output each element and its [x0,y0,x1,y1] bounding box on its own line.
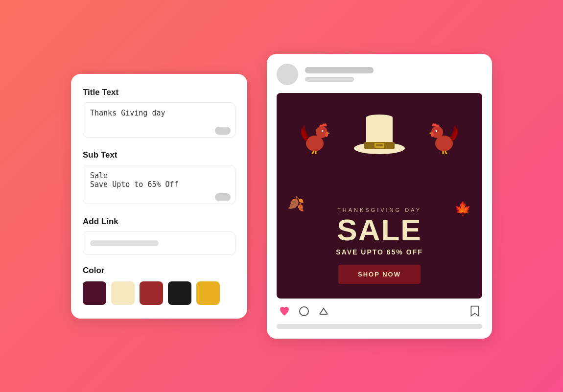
title-toggle[interactable] [215,127,231,135]
like-icon[interactable] [279,305,290,317]
rooster-right-icon [429,120,459,160]
subtext-label: Sub Text [83,150,235,160]
footer-icons-left [279,305,329,317]
svg-point-8 [325,132,328,137]
banner-text-area: THANKSGIVING DAY SALE SAVE UPTO 65% OFF … [336,207,422,284]
banner-subtitle: THANKSGIVING DAY [336,207,422,213]
swatch-gold[interactable] [196,281,220,305]
rooster-left-icon [300,120,329,160]
svg-point-5 [366,115,393,120]
footer-bottom-line [277,324,482,329]
comment-icon[interactable] [298,305,310,317]
right-panel: 🍂 🍁 THANKSGIVING DAY SALE SAVE UPTO 65% … [267,54,492,339]
post-header [277,64,482,85]
username-line [305,67,374,73]
link-placeholder-bar [90,240,159,246]
color-swatches [83,281,235,305]
swatch-cream[interactable] [111,281,135,305]
color-section: Color [83,266,235,305]
pilgrim-hat-icon [352,107,406,161]
title-field-wrapper: Thanks Giving day [83,102,235,139]
svg-rect-4 [376,144,383,146]
title-text-label: Title Text [83,88,235,97]
subtext-input[interactable]: Sale Save Upto to 65% Off [83,165,235,204]
avatar [277,64,298,85]
swatch-black[interactable] [168,281,191,305]
thanksgiving-banner: 🍂 🍁 THANKSGIVING DAY SALE SAVE UPTO 65% … [277,93,482,299]
post-footer [277,305,482,317]
swatch-dark-red[interactable] [83,281,106,305]
bookmark-icon[interactable] [469,305,480,317]
color-label: Color [83,266,235,276]
banner-title: SALE [336,215,422,245]
main-container: Title Text Thanks Giving day Sub Text Sa… [51,34,512,358]
subtext-field-wrapper: Sale Save Upto to 65% Off [83,165,235,206]
banner-desc: SAVE UPTO 65% OFF [336,248,422,256]
svg-line-9 [312,151,314,154]
link-label: Add Link [83,217,235,227]
svg-point-12 [323,131,324,132]
svg-point-20 [300,307,308,316]
link-input-display[interactable] [83,231,235,255]
swatch-crimson[interactable] [140,281,163,305]
timestamp-line [305,77,354,82]
subtext-toggle[interactable] [215,193,231,201]
leaf-right-icon: 🍁 [454,201,471,217]
left-panel: Title Text Thanks Giving day Sub Text Sa… [71,74,247,319]
leaf-left-icon: 🍂 [287,196,305,212]
header-lines [305,67,374,82]
shop-now-button[interactable]: SHOP NOW [338,265,421,284]
share-icon[interactable] [318,305,329,317]
link-field-wrapper [83,231,235,255]
title-text-input[interactable]: Thanks Giving day [83,102,235,138]
